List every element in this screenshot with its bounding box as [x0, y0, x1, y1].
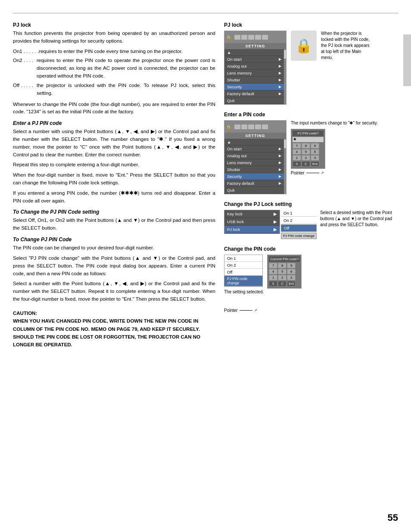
- setting-selected-label: The setting selected.: [224, 289, 264, 294]
- proj-scroll-up-2: ▲: [224, 139, 284, 146]
- pin-btn-c[interactable]: C: [302, 161, 310, 167]
- off-label: Off . . . . .: [13, 82, 37, 97]
- pin-row-1: 7 8 9: [293, 143, 324, 149]
- current-pin-btn-ent[interactable]: Ent: [287, 281, 296, 286]
- pin-btn-7[interactable]: 7: [293, 143, 301, 149]
- menu2-item-lensmemory: Lens memory▶: [224, 159, 284, 166]
- pin-btn-9[interactable]: 9: [311, 143, 319, 149]
- pj-lock-menu: Key lock▶ USB lock▶ PJ lock▶: [224, 210, 280, 234]
- change-pin-pointer-line: [240, 310, 252, 311]
- right-column: PJ lock 🔒: [224, 22, 398, 349]
- pin-btn-4[interactable]: 4: [293, 149, 301, 155]
- enter-pin-right: The input numbers change to "✱" for secu…: [291, 120, 378, 175]
- change-pin-pointer-row: Pointer ↗: [224, 308, 257, 313]
- change-pin-off: Off: [224, 269, 262, 276]
- pin-btn-2[interactable]: 2: [302, 155, 310, 161]
- pin-btn-8[interactable]: 8: [302, 143, 310, 149]
- pointer-row: Pointer ↗: [291, 171, 324, 175]
- proj-menu-wrapper: ▲ On start▶ Analog out▶ Lens memory▶ Shu…: [224, 49, 286, 104]
- change-pjlock-title: Change the PJ Lock setting: [224, 201, 398, 207]
- on1-label: On1 . . . . . .: [13, 48, 39, 56]
- change-pjlock-section: Change the PJ Lock setting Key lock▶ USB…: [224, 201, 398, 239]
- pin-btn-0[interactable]: 0: [293, 161, 301, 167]
- page-number: 55: [388, 512, 398, 523]
- proj-setting-label: SETTING: [224, 43, 286, 49]
- pin-btn-6[interactable]: 6: [311, 149, 319, 155]
- proj-scrollbar-2: [284, 139, 286, 194]
- change-pj-pin-desc: Select Off, On1, or On2 with the Point b…: [13, 217, 215, 232]
- change-pincode-diagram: On 1 On 2 Off PJ PIN code change The set…: [224, 255, 398, 313]
- pin-row-2: 4 5 6: [293, 149, 324, 155]
- proj-scroll-thumb-2: [284, 140, 286, 148]
- menu-item-onstart: On start▶: [224, 56, 284, 63]
- current-pin-area: Current PIN code? 7 8 9 4 5 6: [267, 255, 302, 289]
- pin-row-3: 1 2 3: [293, 155, 324, 161]
- pin-btn-3[interactable]: 3: [311, 155, 319, 161]
- pj-lock-intro: This function prevents the projector fro…: [13, 30, 215, 45]
- pin-keypad: PJ PIN code? ✱ 7 8 9 4 5: [291, 129, 325, 169]
- enter-pj-pin-p4: If you entered a wrong PIN code, the num…: [13, 190, 215, 205]
- proj-menu-wrapper-2: ▲ On start▶ Analog out▶ Lens memory▶ Shu…: [224, 139, 286, 194]
- current-pin-btn-9[interactable]: 9: [287, 263, 296, 268]
- menu-item-security: Security▶: [224, 84, 284, 90]
- pjlock-pjlock: PJ lock▶: [224, 226, 280, 233]
- current-pin-row-1: 7 8 9: [269, 263, 300, 268]
- change-pin-pj-change: PJ PIN code change: [224, 276, 262, 286]
- current-pin-btn-2[interactable]: 2: [278, 275, 286, 280]
- off-item: Off . . . . . the projector is unlocked …: [13, 82, 215, 97]
- pointer-label: Pointer: [291, 171, 305, 175]
- top-line: [13, 13, 398, 13]
- menu2-item-shutter: Shutter▶: [224, 166, 284, 173]
- current-pin-btn-6[interactable]: 6: [287, 269, 296, 274]
- caution-text: WHEN YOU HAVE CHANGED PIN CODE, WRITE DO…: [13, 317, 215, 349]
- current-pin-btn-7[interactable]: 7: [269, 263, 277, 268]
- projector-menu-enterpin: 🔒 SETTING ▲: [224, 120, 286, 194]
- pjlock-usblock: USB lock▶: [224, 218, 280, 226]
- change-pin-left: On 1 On 2 Off PJ PIN code change The set…: [224, 255, 264, 313]
- current-pin-keypad: Current PIN code? 7 8 9 4 5 6: [267, 255, 302, 289]
- current-pin-btn-0[interactable]: 0: [269, 281, 277, 286]
- current-pin-btn-8[interactable]: 8: [278, 263, 286, 268]
- change-pj-pin-code-p1: The PIN code can be changed to your desi…: [13, 244, 215, 252]
- current-pin-label: Current PIN code?: [269, 256, 300, 262]
- pjlock-off: Off: [281, 224, 317, 232]
- enter-pj-pin-title: Enter a PJ PIN code: [13, 120, 215, 126]
- menu-item-analogout: Analog out▶: [224, 63, 284, 70]
- current-pin-btn-c[interactable]: C: [278, 281, 286, 286]
- off-desc: the projector is unlocked with the PIN c…: [37, 82, 215, 97]
- menu2-item-security: Security▶: [224, 173, 284, 180]
- current-pin-btn-3[interactable]: 3: [287, 275, 296, 280]
- menu-item-factorydefault: Factory default▶: [224, 90, 284, 97]
- pin-btn-5[interactable]: 5: [302, 149, 310, 155]
- proj-menu-inner-2: ▲ On start▶ Analog out▶ Lens memory▶ Shu…: [224, 139, 284, 194]
- change-pin-pointer-label: Pointer: [224, 308, 238, 313]
- current-pin-row-4: 0 C Ent: [269, 281, 300, 286]
- caution-block: CAUTION: WHEN YOU HAVE CHANGED PIN CODE,…: [13, 309, 215, 349]
- enter-pj-pin-p1: Select a number with using the Point but…: [13, 128, 215, 159]
- change-pin-on2: On 2: [224, 262, 262, 269]
- current-pin-row-3: 1 2 3: [269, 275, 300, 280]
- page-container: PJ lock This function prevents the proje…: [0, 0, 411, 532]
- pin-btn-ent[interactable]: Ent: [311, 161, 319, 167]
- pj-lock-right-section: PJ lock 🔒: [224, 22, 398, 105]
- menu-item-shutter: Shutter▶: [224, 77, 284, 84]
- pj-pin-code-label: PJ PIN code?: [293, 131, 324, 136]
- current-pin-btn-4[interactable]: 4: [269, 269, 277, 274]
- lock-icon: 🔒: [291, 31, 317, 61]
- menu-item-lensmemory: Lens memory▶: [224, 70, 284, 77]
- current-pin-btn-1[interactable]: 1: [269, 275, 277, 280]
- pj-lock-right-title: PJ lock: [224, 22, 398, 28]
- on2-item: On2 . . . . requires to enter the PIN co…: [13, 57, 215, 80]
- pin-display: ✱: [293, 137, 324, 142]
- pin-btn-1[interactable]: 1: [293, 155, 301, 161]
- two-col-layout: PJ lock This function prevents the proje…: [13, 22, 398, 349]
- change-pj-pin-code-p3: Select a number with the Point buttons (…: [13, 280, 215, 303]
- menu-item-quit: Quit: [224, 97, 284, 104]
- pjlock-on2: On 2: [281, 217, 317, 224]
- menu2-item-factorydefault: Factory default▶: [224, 180, 284, 187]
- pin-keypad-area: PJ PIN code? ✱ 7 8 9 4 5: [291, 129, 378, 175]
- current-pin-btn-5[interactable]: 5: [278, 269, 286, 274]
- pj-lock-title: PJ lock: [13, 22, 215, 28]
- lock-icon-area: 🔒: [291, 31, 317, 61]
- change-pj-pin-code-p2: Select "PJ PIN code change" with the Poi…: [13, 255, 215, 277]
